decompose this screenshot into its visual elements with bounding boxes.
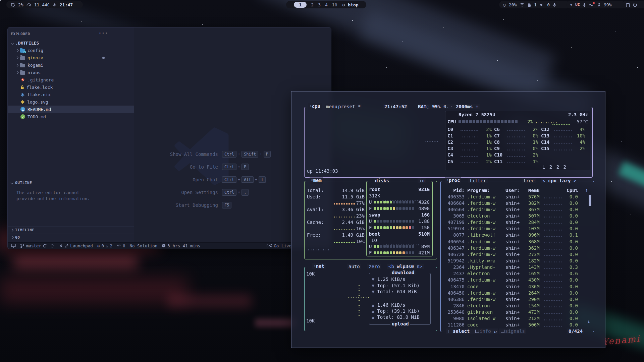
system-stats-module[interactable]: 2% 11.44GB	[6, 1, 52, 8]
process-row[interactable]: 406654 .ferdium-w shin+ 368M 0.0	[441, 238, 589, 245]
mem-box-title[interactable]: ²mem	[310, 178, 323, 184]
process-row[interactable]: 407199 .ferdium-w shin+ 284M 0.0	[441, 219, 589, 226]
tree-item-nixos[interactable]: nixos	[8, 69, 134, 76]
chevron-right-icon	[15, 56, 19, 59]
workspace-1[interactable]: 1	[294, 2, 307, 8]
tray-module[interactable]: ▼ UC 99%	[566, 1, 625, 8]
process-row[interactable]: 111286 code shin+ 506M 0.0	[441, 322, 589, 328]
power-module[interactable]	[622, 1, 644, 8]
power-icon[interactable]	[633, 3, 637, 7]
key-chip: ,	[241, 189, 249, 196]
process-row[interactable]: 406684 .ferdium-w shin+ 382M 0.0	[441, 200, 589, 206]
volume-value: 0	[547, 2, 550, 7]
btop-terminal-window: ¹cpu menu preset * 21:47:52 BAT○ 99% 0.0…	[291, 91, 605, 348]
workspace-10[interactable]: 10	[332, 2, 337, 7]
scroll-down-icon[interactable]: ↓	[587, 319, 590, 324]
process-row[interactable]: 2437 electron shin+ 165M 0.6	[441, 270, 589, 277]
clipboard-icon[interactable]	[626, 3, 630, 7]
tree-item-gitignore[interactable]: .gitignore	[8, 76, 134, 83]
go-live-item[interactable]: Go Live	[267, 243, 291, 248]
ports-item[interactable]: 0	[117, 243, 125, 248]
notification-wave-icon[interactable]	[589, 3, 594, 6]
net-box-title[interactable]: ³net	[312, 263, 326, 269]
info-icon: i	[20, 107, 25, 112]
cpu-box-title[interactable]: ¹cpu	[308, 104, 322, 110]
notification-dot	[593, 2, 595, 4]
workspace-2[interactable]: 2	[311, 2, 314, 7]
rocket-icon	[59, 244, 63, 248]
tree-item-logo-svg[interactable]: logo.svg	[8, 98, 134, 106]
sort-selector[interactable]: < cpu lazy >	[541, 178, 578, 183]
hardware-module[interactable]: ○ 20% 1 0	[499, 1, 570, 8]
time-tracker-item[interactable]: 3 hrs 41 mins	[162, 243, 200, 248]
io-mode-button[interactable]: io	[418, 178, 426, 183]
timeline-section-header[interactable]: TIMELINE	[8, 226, 137, 233]
proc-footer-info[interactable]: info ↵	[473, 328, 498, 334]
process-row[interactable]: 406386 .ferdium-w shin+ 290M 0.0	[441, 296, 589, 302]
workspaces-module: 1 2 3 4 10 ⚙ btop	[286, 1, 366, 8]
disks-title[interactable]: disks	[374, 178, 390, 183]
filter-button[interactable]: filter	[468, 178, 488, 183]
tray-expand-icon[interactable]: ▼	[570, 3, 572, 7]
remote-indicator[interactable]	[11, 244, 16, 248]
net-interface[interactable]: <b wlp3s0 n>	[387, 264, 424, 269]
process-row[interactable]: 9080 Isolated W shin+ 212M 0.0	[441, 315, 589, 322]
process-row[interactable]: 406347 .ferdium-w shin+ 362M 0.0	[441, 245, 589, 251]
process-row[interactable]: 13470 code shin+ 436M 0.0	[441, 283, 589, 290]
tree-item-flake-nix[interactable]: flake.nix	[8, 91, 134, 98]
process-row[interactable]: 406728 .ferdium-w shin+ 273M 0.0	[441, 251, 589, 257]
process-row[interactable]: 8077 .librewolf shin+ 896M 0.1	[441, 232, 589, 238]
key-chip: Shift	[241, 151, 258, 158]
more-actions-button[interactable]: ···	[99, 31, 108, 36]
process-row[interactable]: 406475 .ferdium-w shin+ 430M 0.0	[441, 277, 589, 283]
git-branch-item[interactable]: master	[20, 243, 47, 248]
solution-item[interactable]: No Solution	[130, 243, 158, 248]
preset-button[interactable]: preset *	[337, 104, 362, 109]
update-interval[interactable]: - 2000ms +	[449, 104, 480, 109]
tree-item-config[interactable]: config	[8, 47, 134, 54]
sort-direction-icon[interactable]: ↑	[585, 187, 588, 193]
outline-section-header[interactable]: OUTLINE	[8, 179, 137, 186]
tree-item-flake-lock[interactable]: flake.lock	[8, 83, 134, 91]
workspace-switcher: 1 2 3 4 10	[294, 2, 337, 8]
proc-scrollbar[interactable]	[589, 195, 591, 206]
process-row[interactable]: 519974 .ferdium-w shin+ 103M 0.0	[441, 226, 589, 232]
proc-table-header[interactable]: Pid: Program: User: MemB Cpu%	[441, 187, 593, 193]
git-graph-item[interactable]	[51, 244, 55, 248]
net-zero-button[interactable]: zero	[367, 264, 381, 269]
net-auto-button[interactable]: auto	[347, 264, 361, 269]
shortcut-label: Open Settings	[168, 190, 218, 195]
process-row[interactable]: 519942 .kitty-wra shin+ 182M 0.0	[441, 257, 589, 264]
battery-value: 99%	[604, 2, 611, 7]
tree-item-readme-selected[interactable]: i README.md	[8, 106, 134, 113]
tree-item-todo[interactable]: ✓ TODO.md	[8, 113, 134, 120]
tree-button[interactable]: tree	[522, 178, 536, 183]
proc-footer-select[interactable]: ↑ select ↓	[446, 328, 477, 334]
process-row[interactable]: 3065 electron shin+ 507M 0.0	[441, 213, 589, 219]
process-table: 406353 .ferdium-w shin+ 576M 0.0 406684 …	[441, 193, 589, 328]
item-label: config	[28, 48, 43, 53]
core-row: C102%	[494, 152, 538, 158]
tree-root-dotfiles[interactable]: .DOTFILES	[8, 39, 134, 47]
proc-footer-signals[interactable]: signals	[499, 328, 526, 334]
key-chip: Ctrl	[222, 176, 236, 183]
process-row[interactable]: 253640 gitkraken shin+ 473M 0.0	[441, 309, 589, 315]
problems-item[interactable]: ⊗ 0 ⚠ 2	[97, 243, 112, 248]
net-graph-dots	[358, 285, 360, 317]
proc-box-title[interactable]: ⁴proc	[445, 178, 461, 184]
workspace-3[interactable]: 3	[318, 2, 321, 7]
disk-free-row: F421M	[369, 250, 430, 256]
tree-item-ginoza[interactable]: ginoza	[8, 54, 134, 61]
core-row: C111%	[494, 158, 538, 165]
process-row[interactable]: 406564 .ferdium-w shin+ 367M 0.0	[441, 206, 589, 213]
process-row[interactable]: 406353 .ferdium-w shin+ 576M 0.0	[441, 193, 589, 200]
process-row[interactable]: 406450 .ferdium-w shin+ 264M 0.0	[441, 290, 589, 296]
tree-item-kogami[interactable]: kogami	[8, 61, 134, 69]
launchpad-item[interactable]: Launchpad	[59, 243, 93, 248]
go-section-header[interactable]: GO	[8, 234, 137, 241]
process-row[interactable]: 2846 electron shin+ 154M 0.0	[441, 302, 589, 309]
process-row[interactable]: 2364 .Hyprland- shin+ 143M 0.3	[441, 264, 589, 270]
workspace-4[interactable]: 4	[325, 2, 328, 7]
clock-module[interactable]: 21:47	[49, 1, 83, 8]
uc-tray-icon[interactable]: UC	[575, 2, 580, 7]
